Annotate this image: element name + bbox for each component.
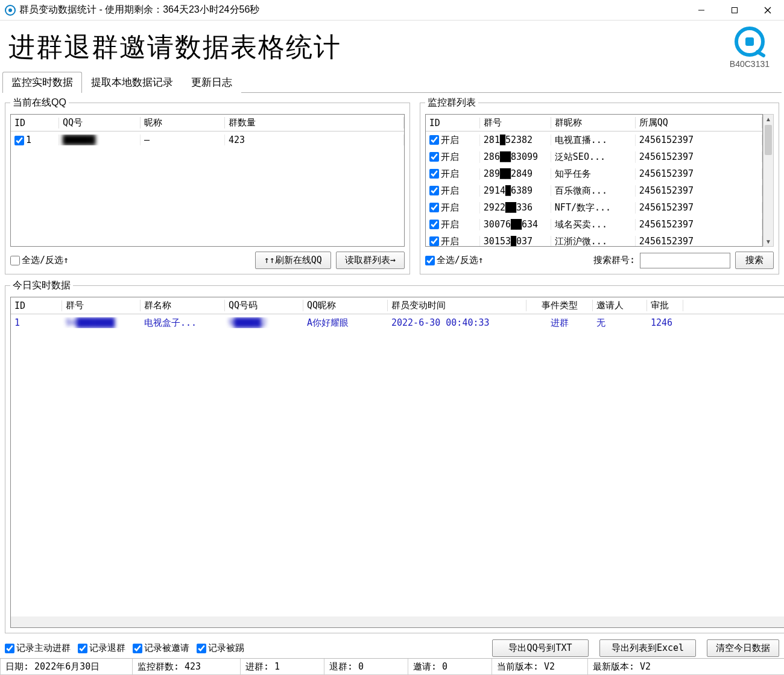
list-row[interactable]: 1██████–423 xyxy=(11,132,404,148)
status-invite-count: 邀请: 0 xyxy=(408,659,492,675)
app-code: B40C3131 xyxy=(730,59,770,69)
col-header[interactable]: 所属QQ xyxy=(636,117,762,128)
select-all-monitor-groups[interactable]: 全选/反选↑ xyxy=(425,255,484,266)
record-invited-checkbox[interactable]: 记录被邀请 xyxy=(133,642,189,654)
svg-rect-7 xyxy=(745,37,754,46)
options-row: 记录主动进群 记录退群 记录被邀请 记录被踢 导出QQ号到TXT 导出列表到Ex… xyxy=(0,636,784,658)
row-checkbox[interactable] xyxy=(14,136,24,145)
col-header[interactable]: 邀请人 xyxy=(593,300,647,311)
window-minimize-button[interactable] xyxy=(684,0,718,21)
col-header[interactable]: 群数量 xyxy=(225,117,404,128)
scroll-down-icon[interactable]: ▼ xyxy=(765,237,771,246)
status-current-version: 当前版本: V2 xyxy=(492,659,588,675)
col-header[interactable]: ID xyxy=(11,300,62,311)
col-header[interactable]: 群号 xyxy=(480,117,551,128)
monitor-groups-legend: 监控群列表 xyxy=(425,97,478,109)
col-header[interactable]: 群号 xyxy=(62,300,141,311)
window-title: 群员变动数据统计 - 使用期剩余：364天23小时24分56秒 xyxy=(19,4,259,16)
record-leave-checkbox[interactable]: 记录退群 xyxy=(78,642,125,654)
svg-point-1 xyxy=(8,8,12,12)
page-title: 进群退群邀请数据表格统计 xyxy=(8,30,341,65)
status-join-count: 进群: 1 xyxy=(240,659,324,675)
col-header[interactable]: 昵称 xyxy=(141,117,225,128)
list-row[interactable]: 194███████电视盒子...9█████2A你好耀眼2022-6-30 0… xyxy=(11,314,784,331)
list-row[interactable]: 开启30076██634域名买卖...2456152397 xyxy=(426,216,762,233)
row-checkbox[interactable] xyxy=(429,186,439,195)
col-header[interactable]: 群名称 xyxy=(141,300,225,311)
online-qq-group: 当前在线QQ ID QQ号 昵称 群数量 1██████–423 全选/反选↑ … xyxy=(5,97,410,274)
window-close-button[interactable] xyxy=(751,0,784,21)
record-join-checkbox[interactable]: 记录主动进群 xyxy=(5,642,71,654)
monitor-groups-list[interactable]: ID 群号 群昵称 所属QQ 开启281█52382电视直播...2456152… xyxy=(425,114,763,247)
tab-local-records[interactable]: 提取本地数据记录 xyxy=(82,72,182,93)
header: 进群退群邀请数据表格统计 B40C3131 xyxy=(0,21,784,71)
window-maximize-button[interactable] xyxy=(718,0,751,21)
search-group-input[interactable] xyxy=(640,253,730,268)
col-header[interactable]: QQ昵称 xyxy=(303,300,388,311)
monitor-groups-group: 监控群列表 ID 群号 群昵称 所属QQ 开启281█52382电视直播...2… xyxy=(420,97,779,274)
status-monitor-count: 监控群数: 423 xyxy=(132,659,241,675)
today-data-hscroll[interactable] xyxy=(11,616,784,627)
online-qq-legend: 当前在线QQ xyxy=(10,97,69,109)
tab-strip: 监控实时数据 提取本地数据记录 更新日志 xyxy=(0,71,784,92)
list-row[interactable]: 开启30153█037江浙沪微...2456152397 xyxy=(426,233,762,247)
tab-realtime[interactable]: 监控实时数据 xyxy=(2,72,82,93)
status-leave-count: 退群: 0 xyxy=(324,659,408,675)
list-row[interactable]: 开启286██83099泛站SEO...2456152397 xyxy=(426,148,762,165)
col-header[interactable]: ID xyxy=(426,118,480,128)
svg-rect-3 xyxy=(732,7,737,13)
col-header[interactable]: 群昵称 xyxy=(551,117,636,128)
export-excel-button[interactable]: 导出列表到Excel xyxy=(599,639,696,657)
status-bar: 日期: 2022年6月30日 监控群数: 423 进群: 1 退群: 0 邀请:… xyxy=(0,658,784,675)
row-checkbox[interactable] xyxy=(429,220,439,229)
tab-changelog[interactable]: 更新日志 xyxy=(182,72,241,93)
refresh-online-qq-button[interactable]: ↑↑刷新在线QQ xyxy=(255,252,331,269)
list-row[interactable]: 开启2914█6389百乐微商...2456152397 xyxy=(426,182,762,199)
col-header[interactable]: ID xyxy=(11,118,59,128)
search-group-button[interactable]: 搜索 xyxy=(735,252,774,269)
app-icon xyxy=(5,5,16,16)
today-data-group: 今日实时数据 ID 群号 群名称 QQ号码 QQ昵称 群员变动时间 事件类型 邀… xyxy=(5,279,784,633)
status-date: 日期: 2022年6月30日 xyxy=(0,659,133,675)
row-checkbox[interactable] xyxy=(429,152,439,162)
record-kicked-checkbox[interactable]: 记录被踢 xyxy=(197,642,244,654)
monitor-groups-scrollbar[interactable]: ▲ ▼ xyxy=(763,114,774,247)
row-checkbox[interactable] xyxy=(429,236,439,246)
scroll-up-icon[interactable]: ▲ xyxy=(765,115,771,124)
search-group-label: 搜索群号: xyxy=(593,255,635,266)
clear-today-button[interactable]: 清空今日数据 xyxy=(707,639,779,657)
col-header[interactable]: QQ号 xyxy=(59,117,141,128)
list-row[interactable]: 开启281█52382电视直播...2456152397 xyxy=(426,132,762,148)
logo-area: B40C3131 xyxy=(730,25,770,69)
read-group-list-button[interactable]: 读取群列表→ xyxy=(336,252,405,269)
list-row[interactable]: 开启2922██336NFT/数字...2456152397 xyxy=(426,199,762,216)
list-row[interactable]: 开启289██2849知乎任务2456152397 xyxy=(426,165,762,182)
col-header[interactable]: 审批 xyxy=(647,300,683,311)
today-data-legend: 今日实时数据 xyxy=(10,279,73,292)
select-all-online-qq[interactable]: 全选/反选↑ xyxy=(10,255,69,266)
row-checkbox[interactable] xyxy=(429,135,439,145)
today-data-list[interactable]: ID 群号 群名称 QQ号码 QQ昵称 群员变动时间 事件类型 邀请人 审批 1… xyxy=(10,297,784,628)
export-txt-button[interactable]: 导出QQ号到TXT xyxy=(492,639,589,657)
col-header[interactable]: 事件类型 xyxy=(526,300,593,311)
status-latest-version: 最新版本: V2 xyxy=(587,659,784,675)
app-logo-icon xyxy=(733,25,766,58)
col-header[interactable]: 群员变动时间 xyxy=(388,300,526,311)
online-qq-list[interactable]: ID QQ号 昵称 群数量 1██████–423 xyxy=(10,114,405,247)
row-checkbox[interactable] xyxy=(429,169,439,179)
row-checkbox[interactable] xyxy=(429,203,439,212)
title-bar: 群员变动数据统计 - 使用期剩余：364天23小时24分56秒 xyxy=(0,0,784,21)
col-header[interactable]: QQ号码 xyxy=(225,300,303,311)
